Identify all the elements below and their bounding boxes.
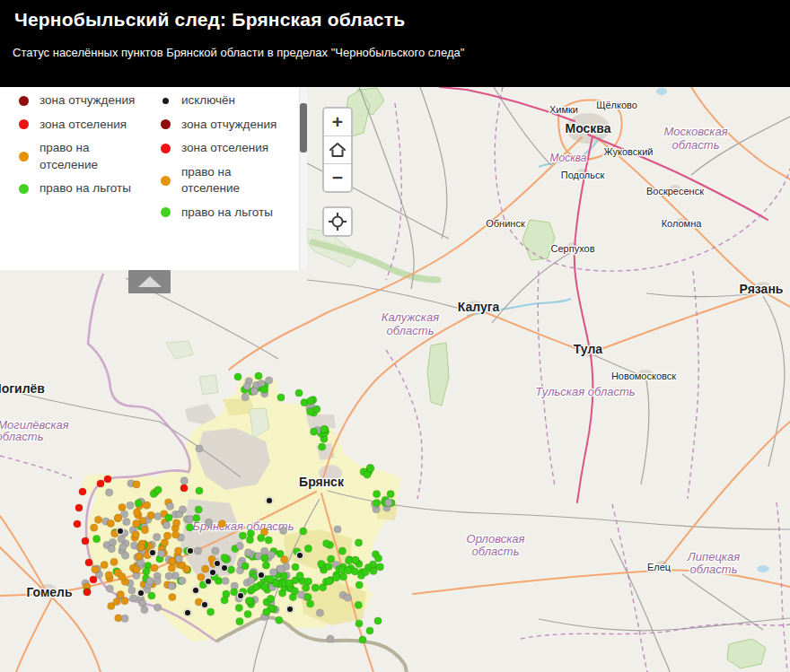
settlement-dot-black[interactable] bbox=[215, 561, 220, 566]
settlement-dot-gray[interactable] bbox=[154, 604, 162, 611]
settlement-dot-green[interactable] bbox=[355, 539, 362, 546]
settlement-dot-red[interactable] bbox=[180, 484, 188, 492]
settlement-dot-green[interactable] bbox=[376, 563, 383, 571]
settlement-dot-green[interactable] bbox=[374, 554, 382, 562]
settlement-dot-gray[interactable] bbox=[334, 526, 341, 533]
settlement-dot-black[interactable] bbox=[118, 528, 123, 534]
home-button[interactable] bbox=[324, 135, 351, 163]
settlement-dot-gray[interactable] bbox=[154, 578, 161, 585]
settlement-dot-red[interactable] bbox=[83, 589, 91, 596]
settlement-dot-gray[interactable] bbox=[241, 394, 249, 401]
settlement-dot-gray[interactable] bbox=[250, 388, 258, 395]
settlement-dot-green[interactable] bbox=[307, 397, 314, 405]
settlement-dot-gray[interactable] bbox=[280, 527, 287, 534]
settlement-dot-gray[interactable] bbox=[168, 582, 175, 589]
settlement-dot-green[interactable] bbox=[263, 608, 270, 615]
settlement-dot-green[interactable] bbox=[143, 568, 150, 575]
settlement-dot-green[interactable] bbox=[346, 557, 353, 564]
settlement-dot-gray[interactable] bbox=[248, 577, 255, 584]
settlement-dot-green[interactable] bbox=[351, 568, 358, 575]
settlement-dot-gray[interactable] bbox=[166, 502, 173, 510]
settlement-dot-gray[interactable] bbox=[110, 538, 117, 545]
settlement-dot-gray[interactable] bbox=[180, 477, 188, 484]
settlement-dot-green[interactable] bbox=[295, 389, 303, 397]
locate-button[interactable] bbox=[324, 208, 351, 235]
settlement-dot-green[interactable] bbox=[366, 627, 373, 634]
settlement-dot-gray[interactable] bbox=[118, 536, 125, 543]
settlement-dot-orange[interactable] bbox=[94, 516, 101, 523]
settlement-dot-gray[interactable] bbox=[130, 595, 137, 602]
settlement-dot-gray[interactable] bbox=[270, 569, 277, 576]
settlement-dot-green[interactable] bbox=[241, 563, 249, 570]
settlement-dot-green[interactable] bbox=[304, 545, 312, 552]
settlement-dot-green[interactable] bbox=[339, 573, 347, 580]
zoom-out-button[interactable]: − bbox=[324, 163, 351, 191]
settlement-dot-gray[interactable] bbox=[268, 551, 275, 558]
settlement-dot-gray[interactable] bbox=[276, 565, 284, 572]
settlement-dot-green[interactable] bbox=[345, 567, 352, 574]
settlement-dot-green[interactable] bbox=[356, 581, 363, 589]
settlement-dot-green[interactable] bbox=[374, 617, 382, 624]
settlement-dot-green[interactable] bbox=[307, 600, 314, 607]
settlement-dot-green[interactable] bbox=[292, 563, 299, 571]
settlement-dot-gray[interactable] bbox=[139, 599, 146, 607]
settlement-dot-green[interactable] bbox=[262, 562, 269, 569]
settlement-dot-orange[interactable] bbox=[101, 562, 108, 569]
settlement-dot-orange[interactable] bbox=[198, 573, 205, 580]
settlement-dot-gray[interactable] bbox=[141, 607, 148, 614]
settlement-dot-green[interactable] bbox=[387, 491, 394, 498]
settlement-dot-gray[interactable] bbox=[146, 578, 154, 585]
settlement-dot-green[interactable] bbox=[300, 528, 307, 535]
zoom-in-button[interactable]: + bbox=[324, 109, 351, 135]
settlement-dot-orange[interactable] bbox=[136, 553, 143, 560]
settlement-dot-gray[interactable] bbox=[385, 499, 392, 506]
settlement-dot-red[interactable] bbox=[74, 520, 81, 528]
settlement-dot-green[interactable] bbox=[276, 616, 283, 624]
settlement-dot-orange[interactable] bbox=[183, 565, 190, 572]
settlement-dot-green[interactable] bbox=[261, 554, 268, 562]
settlement-dot-black[interactable] bbox=[267, 498, 272, 503]
settlement-dot-green[interactable] bbox=[320, 425, 328, 432]
settlement-dot-gray[interactable] bbox=[128, 587, 136, 594]
settlement-dot-green[interactable] bbox=[135, 500, 142, 507]
settlement-dot-green[interactable] bbox=[359, 636, 366, 643]
settlement-dot-orange[interactable] bbox=[173, 519, 180, 527]
settlement-dot-gray[interactable] bbox=[162, 521, 170, 528]
settlement-dot-green[interactable] bbox=[193, 515, 200, 522]
settlement-dot-orange[interactable] bbox=[147, 511, 154, 519]
settlement-dot-green[interactable] bbox=[261, 386, 268, 393]
settlement-dot-red[interactable] bbox=[85, 559, 92, 566]
settlement-dot-orange[interactable] bbox=[169, 558, 176, 565]
settlement-dot-black[interactable] bbox=[210, 570, 215, 575]
settlement-dot-green[interactable] bbox=[285, 580, 293, 587]
settlement-dot-orange[interactable] bbox=[91, 524, 98, 531]
settlement-dot-orange[interactable] bbox=[117, 591, 124, 598]
settlement-dot-gray[interactable] bbox=[154, 512, 162, 519]
settlement-dot-green[interactable] bbox=[252, 583, 259, 590]
settlement-dot-gray[interactable] bbox=[344, 594, 351, 601]
settlement-dot-orange[interactable] bbox=[105, 572, 112, 579]
settlement-dot-gray[interactable] bbox=[154, 534, 161, 541]
settlement-dot-red[interactable] bbox=[104, 476, 111, 483]
settlement-dot-green[interactable] bbox=[311, 428, 318, 435]
settlement-dot-gray[interactable] bbox=[106, 585, 113, 592]
settlement-dot-gray[interactable] bbox=[194, 547, 201, 554]
settlement-dot-green[interactable] bbox=[307, 408, 314, 415]
settlement-dot-green[interactable] bbox=[370, 567, 377, 574]
settlement-dot-green[interactable] bbox=[148, 592, 155, 599]
settlement-dot-green[interactable] bbox=[319, 443, 326, 450]
settlement-dot-gray[interactable] bbox=[122, 552, 129, 559]
settlement-dot-gray[interactable] bbox=[297, 591, 304, 598]
settlement-dot-orange[interactable] bbox=[202, 565, 209, 572]
settlement-dot-red[interactable] bbox=[82, 537, 89, 545]
settlement-dot-green[interactable] bbox=[236, 618, 243, 625]
legend-scrollbar-thumb[interactable] bbox=[300, 103, 307, 153]
settlement-dot-green[interactable] bbox=[367, 465, 374, 472]
settlement-dot-green[interactable] bbox=[356, 620, 363, 627]
settlement-dot-gray[interactable] bbox=[245, 549, 252, 556]
settlement-dot-green[interactable] bbox=[369, 561, 376, 568]
settlement-dot-black[interactable] bbox=[193, 588, 198, 593]
settlement-dot-green[interactable] bbox=[362, 569, 369, 576]
settlement-dot-orange[interactable] bbox=[107, 519, 114, 527]
settlement-dot-orange[interactable] bbox=[163, 532, 171, 539]
